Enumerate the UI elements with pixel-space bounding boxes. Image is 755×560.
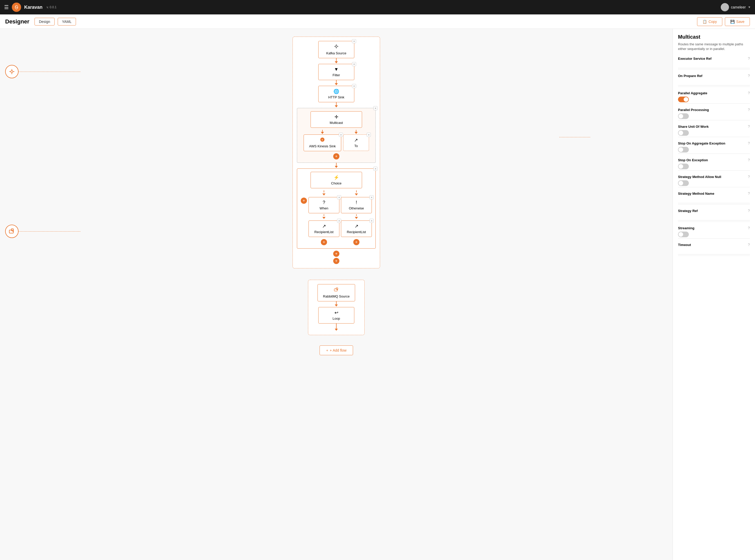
recipient-list-1-node[interactable]: ✕ ↗ RecipientList [308, 220, 340, 237]
share-unit-of-work-label: Share Unit Of Work [678, 125, 709, 128]
kafka-source-node[interactable]: ✕ Kafka Source [318, 41, 354, 58]
http-sink-label: HTTP Sink [328, 95, 345, 99]
panel-title: Multicast [678, 34, 750, 40]
svg-point-9 [335, 46, 337, 47]
on-prepare-ref-input[interactable] [678, 79, 750, 85]
on-prepare-ref-help-icon[interactable]: ? [748, 74, 750, 78]
streaming-divider [678, 238, 750, 239]
parallel-processing-help-icon[interactable]: ? [748, 108, 750, 112]
parallel-processing-toggle[interactable] [678, 113, 689, 119]
choice-add-before-button[interactable]: + [301, 198, 307, 204]
executor-service-ref-label: Executor Service Ref [678, 57, 712, 61]
share-unit-of-work-toggle-knob [678, 131, 683, 135]
strategy-method-allow-null-toggle[interactable] [678, 180, 689, 186]
aws-kinesis-node[interactable]: ✕ ≡ AWS Kinesis Sink [304, 135, 341, 151]
strategy-method-name-help-icon[interactable]: ? [748, 192, 750, 196]
svg-rect-16 [334, 289, 337, 291]
save-button[interactable]: 💾 Save [725, 17, 750, 26]
to-close-icon[interactable]: ✕ [367, 133, 371, 137]
arrowhead3 [335, 105, 338, 107]
app-version: v. 0.0.1 [47, 5, 56, 9]
filter-close-icon[interactable]: ✕ [352, 62, 356, 66]
streaming-help-icon[interactable]: ? [748, 226, 750, 230]
menu-icon[interactable]: ☰ [4, 4, 9, 10]
strategy-method-allow-null-help-icon[interactable]: ? [748, 175, 750, 179]
otherwise-close-icon[interactable]: ✕ [369, 195, 374, 199]
choice-container[interactable]: ✕ ⚡ Choice + [297, 168, 376, 248]
stop-on-aggregate-exception-toggle-knob [678, 147, 683, 152]
flow2-container: RabbitMQ Source ↩ Loop [308, 280, 365, 335]
executor-service-ref-input[interactable] [678, 62, 750, 68]
http-sink-node[interactable]: ✕ 🌐 HTTP Sink [318, 86, 354, 102]
kafka-source-close-icon[interactable]: ✕ [352, 39, 356, 43]
strategy-ref-help-icon[interactable]: ? [748, 209, 750, 213]
recipient-list-2-close-icon[interactable]: ✕ [369, 219, 374, 223]
parallel-aggregate-toggle-knob [684, 97, 688, 102]
choice-close-icon[interactable]: ✕ [373, 167, 378, 171]
when-close-icon[interactable]: ✕ [337, 195, 341, 199]
parallel-aggregate-toggle[interactable] [678, 97, 689, 102]
rabbitmq-route-icon[interactable] [5, 225, 19, 238]
arrowhead1 [335, 61, 338, 63]
arrow1 [336, 58, 336, 61]
share-unit-of-work-toggle[interactable] [678, 130, 689, 136]
tab-yaml[interactable]: YAML [58, 18, 76, 25]
panel-field-share-unit-of-work: Share Unit Of Work? [678, 124, 750, 137]
stop-on-aggregate-exception-toggle[interactable] [678, 147, 689, 153]
share-unit-of-work-help-icon[interactable]: ? [748, 124, 750, 128]
kafka-source-icon [324, 44, 349, 50]
to-label: To [354, 144, 358, 148]
add-flow-button[interactable]: + + Add flow [320, 345, 353, 355]
filter-label: Filter [333, 73, 340, 77]
timeout-input[interactable] [678, 248, 750, 255]
multicast-node[interactable]: ✛ Multicast [310, 111, 362, 128]
strategy-ref-label: Strategy Ref [678, 209, 698, 213]
otherwise-add-button[interactable]: + [353, 239, 360, 245]
choice-node[interactable]: ⚡ Choice [310, 172, 362, 188]
kafka-route-icon[interactable] [5, 65, 19, 78]
flow1-add-bottom-button[interactable]: + [333, 251, 340, 257]
stop-on-aggregate-exception-divider [678, 154, 750, 154]
rabbitmq-source-node[interactable]: RabbitMQ Source [318, 284, 355, 301]
save-icon: 💾 [730, 20, 735, 24]
multicast-container[interactable]: ✕ ✛ Multicast ✕ [297, 108, 376, 163]
parallel-aggregate-help-icon[interactable]: ? [748, 91, 750, 95]
panel-field-strategy-ref: Strategy Ref? [678, 209, 750, 222]
user-menu[interactable]: cameleer ▼ [721, 3, 751, 11]
http-sink-close-icon[interactable]: ✕ [352, 84, 356, 88]
executor-service-ref-help-icon[interactable]: ? [748, 56, 750, 61]
parallel-processing-toggle-container [678, 113, 750, 119]
otherwise-branch: ✕ ! Otherwise ✕ ↗ RecipientList [341, 191, 372, 245]
multicast-add-button[interactable]: + [333, 153, 340, 159]
recipient-list-2-icon: ↗ [346, 223, 366, 229]
flow1-add-bottom-2-button[interactable]: + [333, 258, 340, 264]
recipient-list-2-node[interactable]: ✕ ↗ RecipientList [341, 220, 372, 237]
user-chevron-icon[interactable]: ▼ [748, 5, 751, 9]
streaming-toggle[interactable] [678, 232, 689, 237]
parallel-aggregate-toggle-container [678, 97, 750, 102]
to-node[interactable]: ✕ ↗ To [343, 135, 369, 151]
stop-on-exception-help-icon[interactable]: ? [748, 158, 750, 162]
parallel-processing-toggle-knob [678, 114, 683, 119]
copy-button[interactable]: 📋 Copy [697, 17, 722, 26]
stop-on-exception-toggle[interactable] [678, 164, 689, 169]
streaming-toggle-knob [678, 232, 683, 237]
filter-node[interactable]: ✕ ▼ Filter [318, 64, 354, 80]
multicast-close-icon[interactable]: ✕ [373, 106, 378, 110]
strategy-method-name-input[interactable] [678, 197, 750, 203]
otherwise-node[interactable]: ✕ ! Otherwise [341, 197, 372, 213]
loop-node[interactable]: ↩ Loop [318, 307, 354, 323]
tab-design[interactable]: Design [35, 18, 55, 25]
strategy-ref-input[interactable] [678, 214, 750, 220]
arrow6 [336, 323, 336, 329]
canvas[interactable]: ✕ Kafka Source ✕ ▼ Filter [0, 29, 673, 560]
stop-on-aggregate-exception-help-icon[interactable]: ? [748, 141, 750, 145]
when-node[interactable]: ✕ ? When [308, 197, 340, 213]
timeout-help-icon[interactable]: ? [748, 243, 750, 247]
panel-description: Routes the same message to multiple path… [678, 42, 750, 51]
app-title: Karavan [24, 5, 42, 10]
aws-kinesis-close-icon[interactable]: ✕ [339, 133, 343, 137]
panel-field-strategy-method-allow-null: Strategy Method Allow Null? [678, 175, 750, 187]
recipient-list-1-close-icon[interactable]: ✕ [337, 219, 341, 223]
when-add-button[interactable]: + [321, 239, 327, 245]
